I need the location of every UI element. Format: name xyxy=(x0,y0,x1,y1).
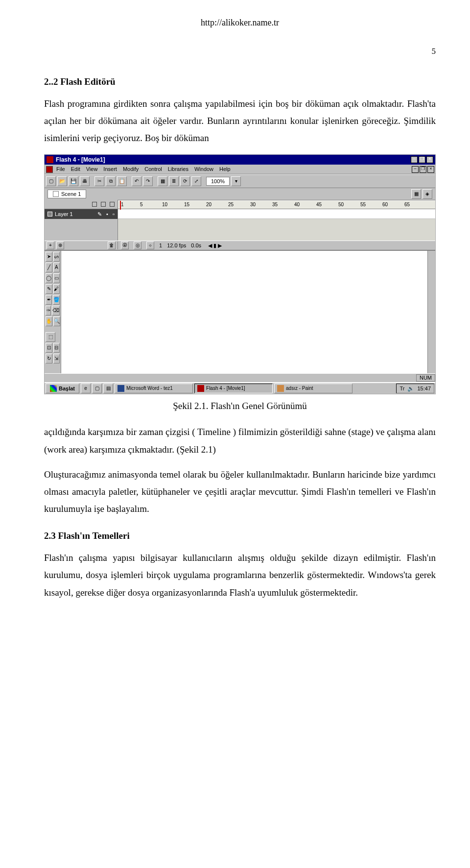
taskbar-item-paint[interactable]: adsız - Paint xyxy=(274,384,352,393)
task-3-label: adsız - Paint xyxy=(286,386,313,391)
tick-35: 35 xyxy=(272,202,278,207)
tick-25: 25 xyxy=(228,202,234,207)
vertical-scrollbar[interactable] xyxy=(427,251,435,373)
timeline: 1 5 10 15 20 25 30 35 40 45 50 55 60 65 … xyxy=(45,200,435,251)
document-icon[interactable] xyxy=(46,166,53,173)
arrow-tool[interactable]: ➤ xyxy=(46,252,52,262)
eraser-tool[interactable]: ⌫ xyxy=(52,306,60,315)
menu-window[interactable]: Window xyxy=(194,167,213,172)
lock-icon[interactable] xyxy=(101,202,106,207)
open-button[interactable]: 📂 xyxy=(57,176,67,186)
outline-icon[interactable] xyxy=(110,202,115,207)
rotate-button[interactable]: ⟳ xyxy=(180,176,190,186)
brush-tool[interactable]: 🖌 xyxy=(53,284,60,294)
maximize-button[interactable]: ❐ xyxy=(419,156,425,163)
tray-volume-icon[interactable]: 🔈 xyxy=(407,386,414,391)
scene-icon xyxy=(53,191,59,197)
mdi-minimize-button[interactable]: – xyxy=(412,166,419,173)
layer-name: Layer 1 xyxy=(55,212,73,217)
copy-button[interactable]: ⧉ xyxy=(106,176,116,186)
zoom-dropdown[interactable]: ▾ xyxy=(231,176,241,186)
delete-layer-button[interactable]: 🗑 xyxy=(108,241,116,249)
option-1[interactable]: ⬚ xyxy=(46,332,55,342)
menu-control[interactable]: Control xyxy=(144,167,162,172)
show-hide-icon[interactable] xyxy=(92,202,97,207)
redo-button[interactable]: ↷ xyxy=(143,176,153,186)
option-5[interactable]: ⇲ xyxy=(53,354,60,363)
tray-lang[interactable]: Tr xyxy=(400,386,404,391)
onion-marker-button[interactable]: ⟐ xyxy=(146,241,154,249)
word-icon xyxy=(118,385,124,392)
new-button[interactable]: ▢ xyxy=(46,176,56,186)
mdi-close-button[interactable]: × xyxy=(427,166,434,173)
work-area: ➤ᔕ ╱A ◯▭ ✎🖌 ✒🪣 ✑⌫ ✋🔍 ⬚ ⊡⊟ ↻⇲ xyxy=(45,251,435,373)
quick-ie-icon[interactable]: e xyxy=(81,384,91,393)
oval-tool[interactable]: ◯ xyxy=(46,273,52,283)
line-tool[interactable]: ╱ xyxy=(46,263,52,272)
menu-libraries[interactable]: Libraries xyxy=(168,167,188,172)
lasso-tool[interactable]: ᔕ xyxy=(53,252,60,262)
cut-button[interactable]: ✂ xyxy=(94,176,104,186)
menu-edit[interactable]: Edit xyxy=(71,167,80,172)
paint-icon xyxy=(277,385,284,392)
snap-button[interactable]: ▦ xyxy=(158,176,167,186)
stage[interactable] xyxy=(61,251,427,373)
dropper-tool[interactable]: ✑ xyxy=(46,306,51,315)
mdi-header: File Edit View Insert Modify Control Lib… xyxy=(45,165,435,174)
add-layer-button[interactable]: + xyxy=(47,241,54,249)
menu-view[interactable]: View xyxy=(86,167,98,172)
current-frame: 1 xyxy=(159,243,162,248)
layer-1-row[interactable]: Layer 1 ✎ • ▫ xyxy=(45,209,118,219)
quick-channels-icon[interactable]: ▤ xyxy=(103,384,113,393)
option-2[interactable]: ⊡ xyxy=(46,343,52,353)
hand-tool[interactable]: ✋ xyxy=(46,316,52,326)
pencil-tool[interactable]: ✎ xyxy=(46,284,52,294)
menu-insert[interactable]: Insert xyxy=(103,167,117,172)
tray-clock: 15:47 xyxy=(417,386,431,391)
bucket-tool[interactable]: 🪣 xyxy=(53,295,60,305)
scale-button[interactable]: ⤢ xyxy=(191,176,201,186)
menu-help[interactable]: Help xyxy=(219,167,231,172)
option-3[interactable]: ⊟ xyxy=(53,343,60,353)
tick-50: 50 xyxy=(338,202,344,207)
tick-15: 15 xyxy=(184,202,189,207)
onion-outline-button[interactable]: ◎ xyxy=(134,241,141,249)
elapsed-time: 0.0s xyxy=(191,243,201,248)
rect-tool[interactable]: ▭ xyxy=(53,273,60,283)
menu-file[interactable]: File xyxy=(56,167,65,172)
main-toolbar: ▢ 📂 💾 🖶 ✂ ⧉ 📋 ↶ ↷ ▦ ≣ ⟳ ⤢ 100% ▾ xyxy=(45,174,435,188)
minimize-button[interactable]: – xyxy=(411,156,418,163)
align-button[interactable]: ≣ xyxy=(169,176,179,186)
window-titlebar: Flash 4 - [Movie1] – ❐ × xyxy=(45,155,435,165)
timeline-ruler[interactable]: 1 5 10 15 20 25 30 35 40 45 50 55 60 65 xyxy=(45,200,435,209)
layer-1-frames[interactable] xyxy=(118,209,435,219)
zoom-field[interactable]: 100% xyxy=(206,177,230,186)
quick-desktop-icon[interactable]: ▢ xyxy=(92,384,102,393)
system-tray[interactable]: Tr 🔈 15:47 xyxy=(396,384,434,393)
taskbar-item-word[interactable]: Microsoft Word - tez1 xyxy=(115,384,193,393)
scene-1-tab[interactable]: Scene 1 xyxy=(47,190,86,198)
scene-list-button[interactable]: ▦ xyxy=(411,189,421,199)
undo-button[interactable]: ↶ xyxy=(132,176,141,186)
tick-65: 65 xyxy=(404,202,410,207)
add-guide-button[interactable]: ⊕ xyxy=(56,241,64,249)
option-4[interactable]: ↻ xyxy=(46,354,52,363)
save-button[interactable]: 💾 xyxy=(69,176,78,186)
mdi-restore-button[interactable]: ❐ xyxy=(420,166,426,173)
timeline-status: + ⊕ 🗑 ⦿ ◎ ⟐ 1 12.0 fps 0.0s ◀ ▮ ▶ xyxy=(45,241,435,250)
zoom-tool[interactable]: 🔍 xyxy=(53,316,60,326)
symbol-list-button[interactable]: ◈ xyxy=(423,189,432,199)
menu-modify[interactable]: Modify xyxy=(123,167,139,172)
taskbar-item-flash[interactable]: Flash 4 - [Movie1] xyxy=(194,384,273,393)
numlock-indicator: NUM xyxy=(416,374,435,382)
print-button[interactable]: 🖶 xyxy=(80,176,90,186)
paragraph-3: Oluşturacağımız animasyonda temel olarak… xyxy=(44,466,436,517)
task-1-label: Microsoft Word - tez1 xyxy=(126,386,173,391)
start-button[interactable]: Başlat xyxy=(46,384,79,393)
text-tool[interactable]: A xyxy=(53,263,60,272)
close-button[interactable]: × xyxy=(426,156,433,163)
ink-tool[interactable]: ✒ xyxy=(46,295,52,305)
onion-button[interactable]: ⦿ xyxy=(121,241,129,249)
scene-label: Scene 1 xyxy=(61,192,81,197)
paste-button[interactable]: 📋 xyxy=(117,176,127,186)
